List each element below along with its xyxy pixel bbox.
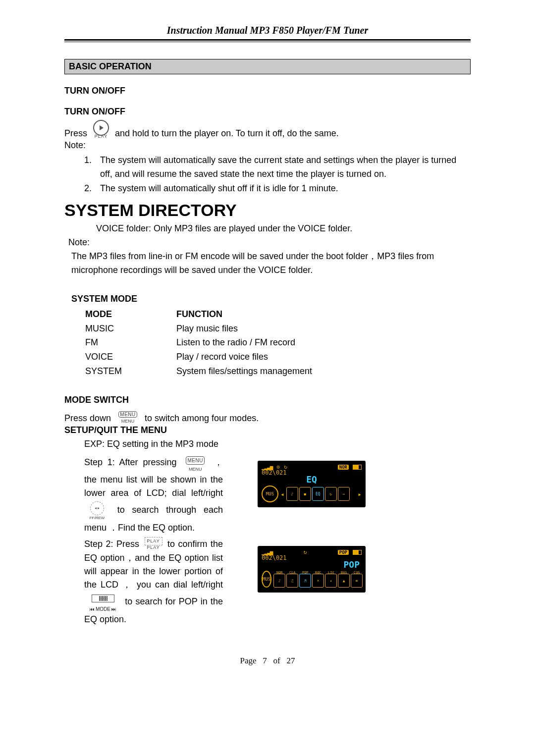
note-label-2: Note: <box>68 236 471 250</box>
ffrew-dial-icon: ◂ ▸ FF/REW <box>86 500 108 521</box>
menu-item: ↻ <box>325 487 337 501</box>
exp-line: EXP: EQ setting in the MP3 mode <box>84 437 471 451</box>
func-cell: System files/settings management <box>176 364 471 378</box>
page-footer: Page 7 of 27 <box>64 656 471 666</box>
heading-system-directory: SYSTEM DIRECTORY <box>64 201 471 220</box>
footer-page-total: 27 <box>286 656 295 665</box>
ffrew-label: FF/REW <box>86 515 108 521</box>
footer-page-num: 7 <box>263 656 267 665</box>
func-cell: Listen to the radio / FM record <box>176 335 471 350</box>
table-row: MUSIC Play music files <box>85 322 471 336</box>
system-mode-table: MODE FUNCTION MUSIC Play music files FM … <box>85 307 471 378</box>
mus-icon: MUS <box>262 486 278 502</box>
header-rule <box>64 39 471 42</box>
voice-folder-line: VOICE folder: Only MP3 files are played … <box>96 222 471 236</box>
mode-cell: FM <box>85 335 176 350</box>
arrow-left-icon: ◂ <box>280 490 284 498</box>
col-header-mode: MODE <box>85 307 176 322</box>
note-body: The MP3 files from line-in or FM encode … <box>71 250 471 277</box>
menu-button-icon: MENU MENU <box>116 408 140 424</box>
menu-item: → <box>338 487 350 501</box>
lcd-screenshot-pop: ▁▂▃▅ ↻ POP 002\021 POP MUS NOR♪ CLA♫ POP… <box>258 546 366 593</box>
func-cell: Play / record voice files <box>176 350 471 364</box>
menu-button-label: MENU <box>183 466 207 473</box>
menu-item: ◼ <box>299 487 311 501</box>
text-mode-switch-tail: to switch among four modes. <box>145 413 259 424</box>
text-press: Press <box>64 128 87 139</box>
footer-page-word: Page <box>240 656 257 665</box>
menu-button-icon: MENU MENU <box>183 453 207 473</box>
step2-lead: Step 2: Press <box>84 539 139 549</box>
play-button-icon: PLAY PLAY <box>145 538 162 551</box>
heading-turn-on-off-1: TURN ON/OFF <box>64 84 471 98</box>
note-item-2: The system will automatically shut off i… <box>94 182 471 196</box>
arrow-right-icon: ▸ <box>358 490 362 498</box>
notes-list: The system will automatically save the c… <box>94 154 471 196</box>
mode-label: MODE <box>96 605 110 613</box>
lcd-screenshot-eq: ▁▂▃▅ ⊙ ↻ NOR 002\021 EQ MUS ◂ ♪ ◼ EQ <box>258 461 366 507</box>
battery-icon <box>353 465 362 470</box>
note-item-1: The system will automatically save the c… <box>94 154 471 181</box>
table-row: SYSTEM System files/settings management <box>85 364 471 378</box>
heading-mode-switch: MODE SWITCH <box>64 393 471 407</box>
note-label-1: Note: <box>64 139 471 153</box>
heading-turn-on-off-2: TURN ON/OFF <box>64 105 471 119</box>
repeat-icon: ↻ <box>304 549 307 555</box>
battery-icon <box>353 550 362 555</box>
footer-of-word: of <box>273 656 280 665</box>
eq-badge: POP <box>338 550 349 555</box>
menu-item: ♪ <box>286 487 298 501</box>
section-basic-operation: BASIC OPERATION <box>64 59 471 74</box>
mode-dial-icon: ⏮ MODE ⏭ <box>86 592 120 613</box>
text-press-down: Press down <box>64 413 111 424</box>
mode-cell: SYSTEM <box>85 364 176 378</box>
func-cell: Play music files <box>176 322 471 336</box>
play-button-label: PLAY <box>92 134 110 139</box>
mus-icon: MUS <box>262 571 271 588</box>
page-header-title: Instruction Manual MP3 F850 Player/FM Tu… <box>64 25 471 36</box>
heading-system-mode: SYSTEM MODE <box>71 292 471 306</box>
play-button-icon: PLAY <box>92 120 110 139</box>
step1-lead: Step 1: After pressing <box>84 457 176 467</box>
play-button-sublabel: PLAY <box>145 544 162 551</box>
menu-button-label: MENU <box>116 419 140 424</box>
mode-cell: VOICE <box>85 350 176 364</box>
eq-badge: NOR <box>338 465 349 470</box>
heading-setup-quit: SETUP/QUIT THE MENU <box>64 424 471 437</box>
text-press-tail: and hold to turn the player on. To turn … <box>115 128 339 139</box>
steps-column: Step 1: After pressing MENU MENU ，the me… <box>64 453 223 626</box>
table-row: FM Listen to the radio / FM record <box>85 335 471 350</box>
table-row: VOICE Play / record voice files <box>85 350 471 364</box>
col-header-function: FUNCTION <box>176 307 471 322</box>
mode-cell: MUSIC <box>85 322 176 336</box>
menu-item-selected: EQ <box>312 487 324 501</box>
